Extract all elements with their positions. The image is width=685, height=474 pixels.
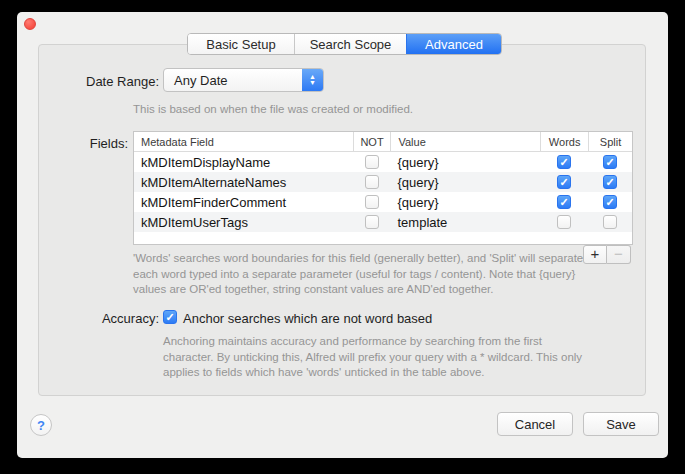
add-row-button[interactable]: + xyxy=(583,245,607,264)
words-checkbox[interactable] xyxy=(557,215,571,229)
header-value[interactable]: Value xyxy=(390,132,540,151)
split-checkbox[interactable] xyxy=(603,175,617,189)
metadata-table: Metadata Field NOT Value Words Split kMD… xyxy=(133,131,633,245)
date-range-select[interactable]: Any Date ▲▼ xyxy=(163,68,324,92)
header-not[interactable]: NOT xyxy=(353,132,391,151)
split-checkbox[interactable] xyxy=(603,155,617,169)
fields-label: Fields: xyxy=(37,136,128,151)
question-icon: ? xyxy=(37,418,45,433)
cancel-button[interactable]: Cancel xyxy=(497,412,573,436)
value-cell[interactable]: {query} xyxy=(390,175,540,190)
metadata-field-cell: kMDItemFinderComment xyxy=(134,195,353,210)
value-cell[interactable]: {query} xyxy=(390,195,540,210)
table-header-row: Metadata Field NOT Value Words Split xyxy=(134,132,632,152)
header-split[interactable]: Split xyxy=(588,132,632,151)
metadata-field-cell: kMDItemUserTags xyxy=(134,215,353,230)
table-row[interactable]: kMDItemAlternateNames {query} xyxy=(134,172,632,192)
value-cell[interactable]: template xyxy=(390,215,540,230)
value-cell[interactable]: {query} xyxy=(390,155,540,170)
metadata-field-cell: kMDItemDisplayName xyxy=(134,155,353,170)
not-checkbox[interactable] xyxy=(365,175,379,189)
fields-helper: 'Words' searches word boundaries for thi… xyxy=(133,251,585,298)
metadata-field-cell: kMDItemAlternateNames xyxy=(134,175,353,190)
popup-stepper-icon: ▲▼ xyxy=(302,69,323,91)
table-row[interactable]: kMDItemUserTags template xyxy=(134,212,632,232)
save-button[interactable]: Save xyxy=(583,412,659,436)
tab-bar: Basic Setup Search Scope Advanced xyxy=(187,33,502,55)
date-range-helper: This is based on when the file was creat… xyxy=(133,102,553,118)
not-checkbox[interactable] xyxy=(365,155,379,169)
words-checkbox[interactable] xyxy=(557,175,571,189)
words-checkbox[interactable] xyxy=(557,195,571,209)
tab-advanced[interactable]: Advanced xyxy=(406,34,501,54)
dialog-window: Basic Setup Search Scope Advanced Date R… xyxy=(17,12,668,458)
table-row[interactable]: kMDItemFinderComment {query} xyxy=(134,192,632,212)
not-checkbox[interactable] xyxy=(365,195,379,209)
close-button[interactable] xyxy=(24,18,36,30)
tab-search-scope[interactable]: Search Scope xyxy=(294,34,406,54)
date-range-value: Any Date xyxy=(174,73,227,88)
not-checkbox[interactable] xyxy=(365,215,379,229)
split-checkbox[interactable] xyxy=(603,195,617,209)
anchor-checkbox-label[interactable]: Anchor searches which are not word based xyxy=(183,311,432,326)
table-row[interactable]: kMDItemDisplayName {query} xyxy=(134,152,632,172)
header-metadata-field[interactable]: Metadata Field xyxy=(134,132,353,151)
words-checkbox[interactable] xyxy=(557,155,571,169)
accuracy-label: Accuracy: xyxy=(37,311,159,326)
anchor-checkbox[interactable] xyxy=(163,310,177,324)
help-button[interactable]: ? xyxy=(30,414,52,436)
header-words[interactable]: Words xyxy=(540,132,588,151)
accuracy-helper: Anchoring maintains accuracy and perform… xyxy=(163,334,595,381)
date-range-label: Date Range: xyxy=(37,74,159,89)
remove-row-button[interactable]: − xyxy=(607,245,631,264)
split-checkbox[interactable] xyxy=(603,215,617,229)
tab-basic-setup[interactable]: Basic Setup xyxy=(188,34,294,54)
